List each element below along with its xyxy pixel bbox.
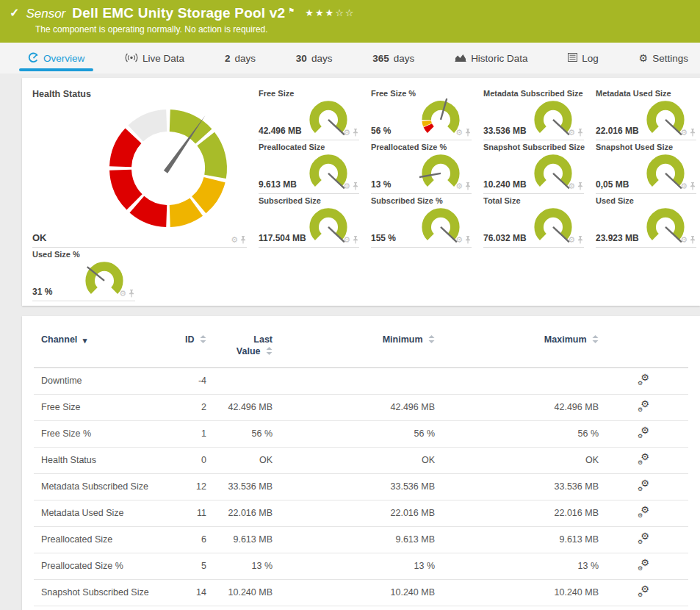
channel-settings-icon[interactable]: ⚙⚙ [638,375,649,385]
channel-name[interactable]: Snapshot Subscribed Size [34,579,177,606]
column-header-maximum[interactable]: Maximum [435,329,599,367]
tab-label: Overview [43,53,84,64]
channel-name[interactable]: Preallocated Size [34,526,177,553]
tab-days-2[interactable]: 2days [225,43,256,73]
channel-table: Channel ▾ID LastValue Minimum Maximum Do… [34,329,688,610]
gear-icon[interactable]: ⚙ [680,129,688,137]
channel-maximum: 33.536 MB [435,473,599,500]
gauge-tile-health-status[interactable]: Health StatusOK⚙ [32,87,247,248]
channel-row-health-status: Health Status0OKOKOK⚙⚙ [34,447,688,473]
tile-actions: ⚙ [680,182,696,190]
gauge-tile-metadata-used-size[interactable]: Metadata Used Size22.016 MB⚙ [596,87,696,140]
channel-settings-icon[interactable]: ⚙⚙ [638,586,649,597]
gear-icon[interactable]: ⚙ [231,236,238,244]
tab-overview[interactable]: Overview [28,43,84,73]
log-icon [568,53,577,63]
pin-icon[interactable] [577,182,583,190]
channel-last-value: 33.536 MB [206,473,273,500]
flag-icon[interactable]: ⚑ [288,7,295,15]
gear-icon[interactable]: ⚙ [455,129,463,137]
tab-settings[interactable]: ⚙Settings [639,43,688,73]
channel-settings-icon[interactable]: ⚙⚙ [638,534,649,544]
channel-table-panel: Channel ▾ID LastValue Minimum Maximum Do… [22,316,700,610]
pin-icon[interactable] [353,236,358,244]
gear-icon[interactable]: ⚙ [568,129,575,137]
gear-icon[interactable]: ⚙ [680,236,688,244]
channel-name[interactable]: Downtime [34,367,177,394]
pin-icon[interactable] [577,129,583,137]
sort-icon [592,334,599,346]
channel-settings-icon[interactable]: ⚙⚙ [638,507,649,517]
sort-icon [266,346,273,358]
tab-days-30[interactable]: 30days [296,43,333,73]
gauge-value: 23.923 MB [596,233,639,243]
channel-name[interactable]: Metadata Used Size [34,500,177,526]
channel-id: 5 [177,553,206,579]
tile-actions: ⚙ [343,129,358,137]
gear-icon[interactable]: ⚙ [343,236,350,244]
pin-icon[interactable] [240,236,246,244]
gauge-tile-free-size[interactable]: Free Size42.496 MB⚙ [259,87,359,140]
channel-name[interactable]: Health Status [34,447,177,473]
pin-icon[interactable] [353,129,358,137]
column-header-id[interactable]: ID [177,329,206,367]
sort-icon [200,334,206,346]
tab-historic-data[interactable]: Historic Data [455,43,527,73]
gear-icon[interactable]: ⚙ [568,236,575,244]
pin-icon[interactable] [465,129,471,137]
pin-icon[interactable] [690,182,696,190]
gear-icon[interactable]: ⚙ [455,236,463,244]
gauge-tile-used-size-pct[interactable]: Used Size %31 %⚙ [32,248,135,301]
column-header-actions [599,329,688,367]
channel-last-value: 9.613 MB [206,526,273,553]
tab-live-data[interactable]: Live Data [125,43,184,73]
channel-name[interactable]: Preallocated Size % [34,553,177,579]
gauge-tile-subscribed-size[interactable]: Subscribed Size117.504 MB⚙ [259,194,359,248]
channel-name[interactable]: Metadata Subscribed Size [34,473,177,500]
gear-icon[interactable]: ⚙ [680,182,688,190]
gauge-tile-snapshot-subscribed-size[interactable]: Snapshot Subscribed Size10.240 MB⚙ [483,140,584,194]
gear-icon[interactable]: ⚙ [455,182,463,190]
pin-icon[interactable] [577,236,583,244]
pin-icon[interactable] [129,290,134,298]
gauge-tile-preallocated-size[interactable]: Preallocated Size9.613 MB⚙ [259,140,359,194]
channel-last-value: OK [206,447,273,473]
pin-icon[interactable] [465,182,471,190]
gauge-label: Health Status [32,89,91,99]
channel-settings-icon[interactable]: ⚙⚙ [638,454,649,464]
channel-name[interactable]: Free Size % [34,420,177,447]
channel-row-downtime: Downtime-4⚙⚙ [34,367,688,394]
column-header-minimum[interactable]: Minimum [273,329,435,367]
channel-name[interactable]: Snapshot Used Size [34,606,177,610]
pin-icon[interactable] [465,236,471,244]
gauge-tile-free-size-pct[interactable]: Free Size %56 %⚙ [371,87,472,140]
gauge-tile-total-size[interactable]: Total Size76.032 MB⚙ [483,194,584,248]
gear-icon[interactable]: ⚙ [568,182,575,190]
gauge-label: Used Size % [32,250,80,259]
column-header-last-value[interactable]: LastValue [206,329,273,367]
channel-settings-icon[interactable]: ⚙⚙ [638,428,649,438]
gauge-tile-subscribed-size-pct[interactable]: Subscribed Size %155 %⚙ [371,194,472,248]
tab-log[interactable]: Log [568,43,599,73]
tab-days-365[interactable]: 365days [372,43,414,73]
gauge-tile-preallocated-size-pct[interactable]: Preallocated Size %13 %⚙ [371,140,472,194]
gear-icon[interactable]: ⚙ [343,182,350,190]
gear-icon[interactable]: ⚙ [119,290,126,298]
column-header-channel[interactable]: Channel ▾ [34,329,177,367]
pin-icon[interactable] [353,182,358,190]
pin-icon[interactable] [690,129,696,137]
priority-stars[interactable]: ★★★☆☆ [305,7,355,18]
channel-minimum: 22.016 MB [273,500,435,526]
channel-settings-icon[interactable]: ⚙⚙ [638,401,649,412]
gauge-tile-snapshot-used-size[interactable]: Snapshot Used Size0,05 MB⚙ [596,140,696,194]
gauge-tile-metadata-subscribed-size[interactable]: Metadata Subscribed Size33.536 MB⚙ [483,87,584,140]
tab-number: 365 [372,53,389,64]
sensor-title: Dell EMC Unity Storage Pool v2 [72,5,285,21]
channel-settings-icon[interactable]: ⚙⚙ [638,560,649,570]
channel-minimum: OK [273,447,435,473]
gear-icon[interactable]: ⚙ [343,129,350,137]
pin-icon[interactable] [690,236,696,244]
channel-settings-icon[interactable]: ⚙⚙ [638,481,649,491]
channel-name[interactable]: Free Size [34,394,177,420]
gauge-tile-used-size[interactable]: Used Size23.923 MB⚙ [596,194,696,248]
